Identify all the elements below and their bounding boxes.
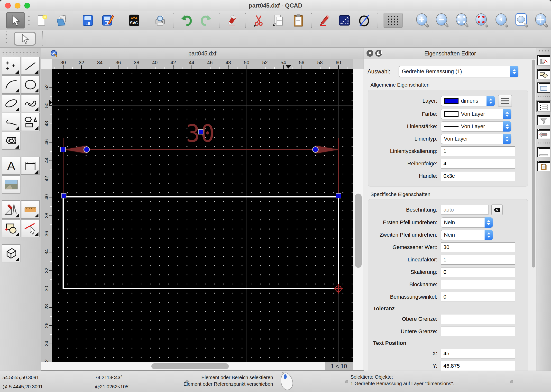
rectangle-entity[interactable] <box>63 196 339 289</box>
text-x-input[interactable] <box>441 349 515 358</box>
drafting-tools-button[interactable] <box>2 200 20 219</box>
part-library-toggle[interactable] <box>537 128 551 140</box>
circle-tool-button[interactable] <box>21 75 40 94</box>
dimension-grip-handle[interactable] <box>60 147 66 152</box>
paste-button[interactable] <box>292 13 305 28</box>
drawing-window-titlebar[interactable]: part045.dxf <box>41 48 364 59</box>
modify-tool-button[interactable] <box>2 219 20 237</box>
arc-tool-button[interactable] <box>2 75 20 94</box>
drawing-canvas[interactable]: 30 <box>52 69 353 362</box>
trim-tool-button[interactable] <box>21 219 40 237</box>
dim-angle-input[interactable] <box>441 292 515 302</box>
draw-circle-slash-button[interactable] <box>358 13 371 28</box>
titlebar: part045.dxf - QCAD <box>0 0 551 11</box>
defpoint-grip-handle[interactable] <box>336 193 341 198</box>
linetype-scale-input[interactable] <box>441 146 515 156</box>
scrollbar-thumb[interactable] <box>355 194 362 268</box>
clear-label-button[interactable] <box>491 205 503 215</box>
edit-drawing-button[interactable] <box>318 13 331 28</box>
dock-strip <box>536 48 551 371</box>
dock-drag-handle[interactable] <box>538 50 549 52</box>
panel-scrollbar[interactable] <box>531 60 536 370</box>
previous-view-button[interactable] <box>495 13 508 28</box>
arrow-grip-handle[interactable] <box>312 146 319 153</box>
dimension-tool-button[interactable] <box>21 157 40 175</box>
label-input[interactable] <box>441 205 488 215</box>
specific-section-heading: Spezifische Eigenschaften <box>370 191 531 197</box>
toolbar-drag-handle[interactable] <box>5 31 8 46</box>
dimension-extension-line-left[interactable] <box>63 138 64 196</box>
linear-factor-input[interactable] <box>441 255 515 265</box>
pan-button[interactable] <box>534 13 548 28</box>
redo-button[interactable] <box>200 13 213 28</box>
stepper-icon <box>510 66 518 77</box>
scrollbar-thumb[interactable] <box>151 363 229 369</box>
current-tool-button[interactable] <box>14 32 36 46</box>
canvas-horizontal-scrollbar[interactable] <box>41 362 364 370</box>
handle-input[interactable] <box>441 171 515 181</box>
canvas-vertical-scrollbar[interactable] <box>353 69 364 362</box>
defpoint-grip-handle[interactable] <box>61 193 66 198</box>
select-tool-button[interactable] <box>6 12 25 28</box>
grid-toggle-button[interactable] <box>384 13 402 28</box>
linetype-dropdown[interactable]: Von Layer <box>441 134 511 144</box>
command-line-toggle[interactable] <box>537 146 551 158</box>
undo-button[interactable] <box>180 13 193 28</box>
cut-button[interactable] <box>252 13 266 28</box>
line-tool-button[interactable] <box>21 57 40 75</box>
text-grip-handle[interactable] <box>198 129 203 134</box>
svg-export-button[interactable]: SVG <box>127 13 141 28</box>
dimension-line[interactable] <box>63 149 339 150</box>
polar-relative: @21.0262<105° <box>95 384 130 390</box>
copy-icon <box>272 14 285 27</box>
upper-limit-input[interactable] <box>441 314 515 324</box>
selection-dropdown[interactable]: Gedrehte Bemassung (1) <box>399 66 518 77</box>
ellipse-tool-button[interactable] <box>2 94 20 112</box>
flip-first-dropdown[interactable]: Nein <box>441 217 493 228</box>
layer-menu-button[interactable] <box>498 95 512 107</box>
property-editor-toggle[interactable] <box>536 100 551 112</box>
draw-order-input[interactable] <box>441 159 515 169</box>
copy-button[interactable] <box>272 13 285 28</box>
scale-input[interactable] <box>441 267 515 277</box>
text-y-label: Y: <box>370 363 441 369</box>
selection-filter-toggle[interactable] <box>537 114 551 126</box>
hatch-tool-button[interactable] <box>2 132 20 150</box>
point-tool-button[interactable] <box>2 57 20 75</box>
new-file-button[interactable] <box>35 13 49 28</box>
open-file-button[interactable] <box>55 13 69 28</box>
palette-drag-handle[interactable] <box>2 51 39 54</box>
spline-tool-button[interactable] <box>21 94 40 112</box>
zoom-selection-button[interactable] <box>475 13 488 28</box>
measured-value-input[interactable] <box>441 242 515 252</box>
zoom-in-button[interactable] <box>415 13 429 28</box>
text-y-input[interactable] <box>441 361 515 371</box>
lower-limit-input[interactable] <box>441 327 515 336</box>
text-tool-button[interactable]: A <box>2 157 20 175</box>
zoom-out-button[interactable] <box>435 13 449 28</box>
zoom-window-button[interactable] <box>514 13 528 28</box>
measure-tool-button[interactable] <box>21 200 40 219</box>
save-button[interactable] <box>81 13 95 28</box>
clipboard-panel-toggle[interactable] <box>537 160 551 172</box>
eraser-button[interactable] <box>226 13 239 28</box>
auto-zoom-button[interactable] <box>455 13 468 28</box>
arrow-grip-handle[interactable] <box>83 146 90 153</box>
image-tool-button[interactable] <box>2 175 20 194</box>
print-preview-button[interactable] <box>153 13 167 28</box>
save-as-button[interactable] <box>101 13 115 28</box>
scrollbar-thumb[interactable] <box>532 60 535 267</box>
shape-tool-button[interactable] <box>21 113 40 131</box>
library-browser-toggle[interactable] <box>537 82 551 93</box>
block-name-input[interactable] <box>441 280 515 289</box>
color-dropdown[interactable]: Von Layer <box>441 109 511 119</box>
toolbar-drag-handle[interactable] <box>28 13 30 28</box>
flip-second-dropdown[interactable]: Nein <box>441 230 493 240</box>
polyline-tool-button[interactable] <box>2 113 20 131</box>
block-list-toggle[interactable] <box>537 68 551 80</box>
modify-selection-button[interactable] <box>338 13 351 28</box>
lineweight-dropdown[interactable]: Von Layer <box>441 121 511 132</box>
layer-dropdown[interactable]: dimens <box>441 96 495 106</box>
solid-tool-button[interactable] <box>2 244 20 262</box>
layer-list-toggle[interactable] <box>537 54 551 66</box>
